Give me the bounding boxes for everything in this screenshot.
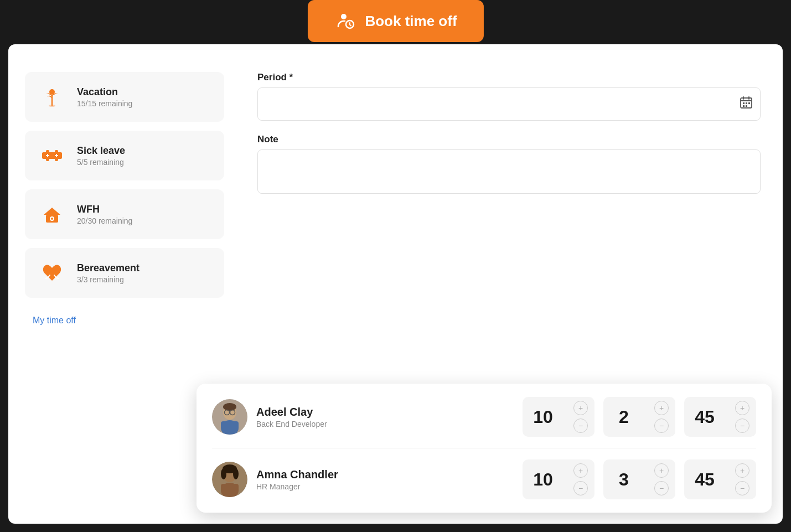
amna-role: HR Manager (256, 482, 514, 491)
bereavement-remaining: 3/3 remaining (77, 275, 139, 284)
adeel-steppers: 10 + − 2 + − 45 + (523, 397, 756, 437)
svg-point-26 (223, 403, 236, 411)
amna-stepper-3: 45 + − (684, 459, 756, 499)
amna-stepper-2: 3 + − (603, 459, 675, 499)
adeel-decrement-2[interactable]: − (654, 419, 669, 433)
adeel-controls-3: + − (735, 401, 749, 433)
employee-row-adeel: Adeel Clay Back End Developer 10 + − 2 +… (212, 397, 756, 437)
note-field: Note (257, 134, 761, 194)
adeel-role: Back End Developer (256, 420, 514, 428)
period-field: Period * (257, 72, 761, 121)
amna-stepper-1: 10 + − (523, 459, 594, 499)
wfh-info: WFH 20/30 remaining (77, 204, 132, 225)
wfh-remaining: 20/30 remaining (77, 216, 132, 225)
note-label: Note (257, 134, 761, 145)
bereavement-name: Bereavement (77, 262, 139, 274)
adeel-value-2: 2 (610, 407, 638, 427)
bereavement-info: Bereavement 3/3 remaining (77, 262, 139, 284)
amna-name: Amna Chandler (256, 468, 514, 481)
adeel-stepper-2: 2 + − (603, 397, 675, 437)
leave-card-wfh[interactable]: WFH 20/30 remaining (25, 189, 224, 239)
adeel-stepper-3: 45 + − (684, 397, 756, 437)
period-label: Period * (257, 72, 761, 83)
note-textarea[interactable] (257, 149, 761, 194)
svg-rect-7 (42, 152, 62, 159)
bereavement-icon (38, 259, 66, 287)
employee-row-amna: Amna Chandler HR Manager 10 + − 3 + − (212, 459, 756, 499)
vacation-info: Vacation 15/15 remaining (77, 86, 132, 108)
amna-decrement-1[interactable]: − (573, 481, 588, 495)
sick-icon (38, 142, 66, 169)
vacation-icon (38, 83, 66, 111)
amna-increment-2[interactable]: + (654, 463, 669, 478)
svg-point-3 (49, 105, 55, 107)
svg-rect-31 (221, 421, 239, 429)
period-input-wrapper (257, 87, 761, 121)
adeel-value-1: 10 (529, 407, 557, 427)
adeel-increment-1[interactable]: + (573, 401, 588, 415)
leave-card-bereavement[interactable]: Bereavement 3/3 remaining (25, 248, 224, 298)
adeel-controls-2: + − (654, 401, 669, 433)
sick-info: Sick leave 5/5 remaining (77, 145, 125, 167)
amna-decrement-3[interactable]: − (735, 481, 749, 495)
amna-increment-3[interactable]: + (735, 463, 749, 478)
amna-value-1: 10 (529, 469, 557, 490)
leave-card-vacation[interactable]: Vacation 15/15 remaining (25, 72, 224, 122)
sick-name: Sick leave (77, 145, 125, 157)
amna-decrement-2[interactable]: − (654, 481, 669, 495)
amna-steppers: 10 + − 3 + − 45 + (523, 459, 756, 499)
adeel-avatar (212, 399, 247, 435)
adeel-value-3: 45 (691, 407, 718, 427)
amna-controls-3: + − (735, 463, 749, 495)
period-input[interactable] (257, 87, 761, 121)
adeel-decrement-1[interactable]: − (573, 419, 588, 433)
vacation-name: Vacation (77, 86, 132, 98)
amna-value-3: 45 (691, 469, 718, 490)
adeel-controls-1: + − (573, 401, 588, 433)
adeel-info: Adeel Clay Back End Developer (256, 406, 514, 428)
amna-info: Amna Chandler HR Manager (256, 468, 514, 491)
sick-remaining: 5/5 remaining (77, 158, 125, 167)
adeel-decrement-3[interactable]: − (735, 419, 749, 433)
amna-avatar (212, 462, 247, 497)
wfh-icon (38, 200, 66, 228)
svg-point-2 (49, 89, 55, 95)
svg-point-14 (51, 218, 53, 220)
main-container: Vacation 15/15 remaining (8, 44, 783, 524)
amna-controls-1: + − (573, 463, 588, 495)
svg-point-36 (233, 468, 239, 479)
svg-point-0 (340, 14, 346, 19)
adeel-increment-2[interactable]: + (654, 401, 669, 415)
adeel-name: Adeel Clay (256, 406, 514, 419)
my-time-off-link[interactable]: My time off (25, 311, 224, 330)
amna-increment-1[interactable]: + (573, 463, 588, 478)
leave-card-sick[interactable]: Sick leave 5/5 remaining (25, 131, 224, 180)
book-time-off-label: Book time off (365, 13, 457, 30)
vacation-remaining: 15/15 remaining (77, 99, 132, 108)
employee-separator (212, 448, 756, 448)
book-time-off-icon (334, 10, 356, 32)
adeel-stepper-1: 10 + − (523, 397, 594, 437)
book-time-off-button[interactable]: Book time off (307, 0, 483, 42)
svg-point-35 (221, 468, 226, 479)
amna-value-2: 3 (610, 469, 638, 490)
amna-controls-2: + − (654, 463, 669, 495)
employee-card-panel: Adeel Clay Back End Developer 10 + − 2 +… (197, 384, 772, 513)
adeel-increment-3[interactable]: + (735, 401, 749, 415)
wfh-name: WFH (77, 204, 132, 215)
